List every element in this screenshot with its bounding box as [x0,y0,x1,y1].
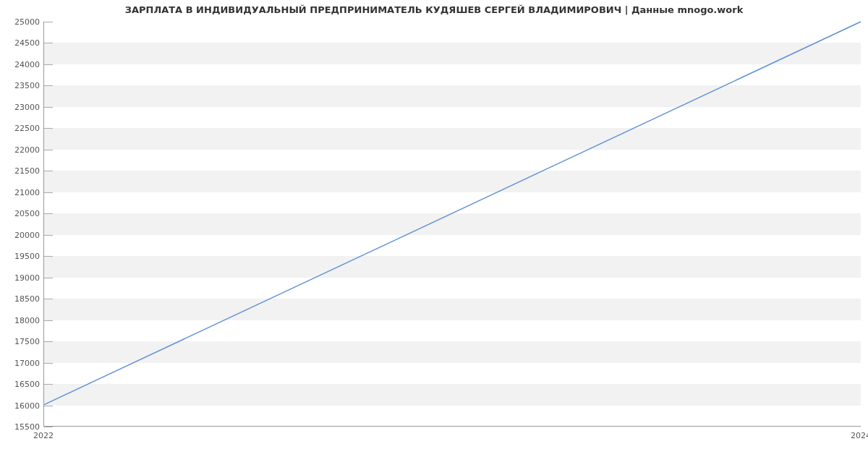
y-tick-label: 18500 [4,294,40,304]
y-tick [44,192,53,193]
y-tick-label: 21500 [4,166,40,176]
y-tick-label: 15500 [4,422,40,432]
data-line [44,22,861,405]
y-tick-label: 16000 [4,401,40,410]
y-tick [44,235,53,236]
x-tick-label: 2024 [851,431,868,440]
y-tick [44,213,53,214]
y-tick-label: 18000 [4,315,40,325]
y-tick [44,171,53,171]
y-tick-label: 25000 [4,17,40,27]
chart-title: ЗАРПЛАТА В ИНДИВИДУАЛЬНЫЙ ПРЕДПРИНИМАТЕЛ… [0,4,868,15]
y-tick [44,427,53,427]
y-tick-label: 22000 [4,145,40,154]
y-tick [44,363,53,364]
y-tick [44,320,53,321]
y-tick [44,278,53,278]
y-tick [44,128,53,129]
y-tick-label: 19000 [4,273,40,282]
y-tick-label: 17500 [4,337,40,346]
y-tick [44,22,53,22]
y-tick [44,384,53,385]
y-tick-label: 21000 [4,187,40,197]
y-tick [44,64,53,65]
y-tick [44,107,53,108]
y-tick-label: 22500 [4,124,40,133]
line-series [44,22,861,426]
y-tick-label: 19500 [4,252,40,261]
y-tick-label: 24500 [4,38,40,48]
y-tick-label: 24000 [4,59,40,69]
y-tick-label: 16500 [4,380,40,389]
y-tick [44,299,53,299]
y-tick [44,85,53,86]
salary-chart: ЗАРПЛАТА В ИНДИВИДУАЛЬНЫЙ ПРЕДПРИНИМАТЕЛ… [0,0,868,448]
y-tick-label: 23500 [4,81,40,90]
y-tick-label: 20000 [4,230,40,239]
y-tick [44,406,53,406]
y-tick-label: 17000 [4,358,40,367]
plot-area [43,22,861,427]
y-tick-label: 20500 [4,209,40,218]
y-tick [44,256,53,257]
x-tick-label: 2022 [33,431,54,440]
y-tick-label: 23000 [4,102,40,111]
y-tick [44,43,53,43]
y-tick [44,150,53,150]
y-tick [44,341,53,342]
